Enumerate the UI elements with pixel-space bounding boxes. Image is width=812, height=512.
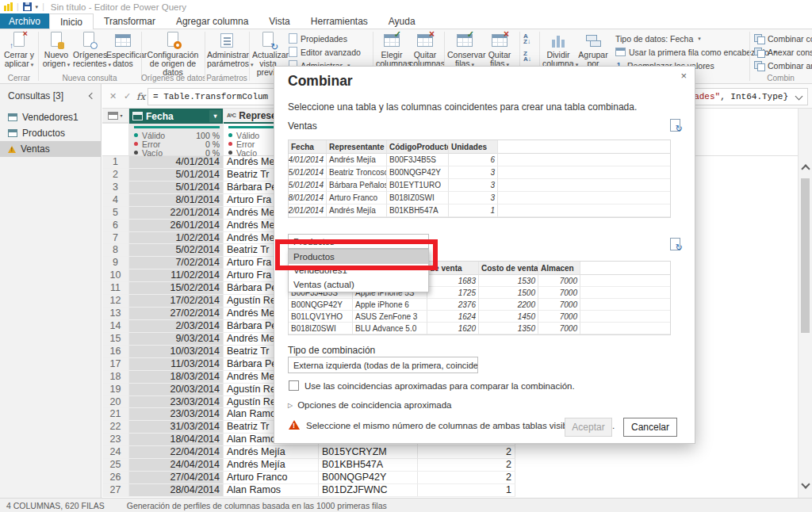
cell-fecha[interactable]: 9/03/2014 [129,333,224,346]
cell-unidades[interactable]: 1 [418,484,515,497]
cell-fecha[interactable]: 24/04/2014 [129,459,224,472]
sort-ascending-button[interactable]: AZ↓ [523,32,530,44]
join-kind-dropdown[interactable]: Externa izquierda (todas de la primera, … [288,357,478,373]
accept-button[interactable]: Aceptar [565,418,612,437]
row-number[interactable]: 19 [102,384,129,396]
row-number[interactable]: 21 [102,408,129,421]
data-type-button[interactable]: Tipo de datos: Fecha [615,32,701,44]
cell-codigo[interactable]: B015YCRYZM [319,446,418,459]
select-all-cell[interactable]: ▾ [102,109,129,124]
cell-fecha[interactable]: 28/04/2014 [129,484,224,497]
cell-representante[interactable]: Andrés Mejía [224,446,319,459]
row-number[interactable]: 12 [102,295,129,308]
cell-fecha[interactable]: 10/03/2014 [129,346,224,358]
col-header[interactable]: Fecha [289,140,327,154]
data-source-settings-button[interactable]: Configuración de origen de datos [144,31,201,77]
cell-representante[interactable]: Alan Ramos [224,484,319,497]
tab-inicio[interactable]: Inicio [49,13,94,29]
properties-button[interactable]: Propiedades [289,32,347,44]
cell-fecha[interactable]: 11/02/2014 [129,269,224,282]
row-number[interactable]: 7 [102,232,129,245]
choose-columns-button[interactable]: Elegir columnas [376,31,408,68]
close-icon[interactable]: × [680,70,687,82]
cell-unidades[interactable]: 2 [418,446,515,459]
col-header[interactable]: Costo de venta [479,262,538,275]
manage-parameters-button[interactable]: Administrar parámetros [207,31,247,69]
row-number[interactable]: 23 [102,434,129,446]
row-number[interactable]: 10 [102,269,129,282]
row-number[interactable]: 6 [102,220,129,232]
merge-queries-button[interactable]: Combinar co [754,32,812,44]
row-number[interactable]: 3 [102,181,129,194]
row-number[interactable]: 4 [102,194,129,207]
cell-unidades[interactable]: 2 [418,459,515,472]
scroll-down-icon[interactable] [801,480,810,488]
row-number[interactable]: 14 [102,320,129,333]
cell-fecha[interactable]: 27/02/2014 [129,308,224,320]
advanced-editor-button[interactable]: Editor avanzado [289,46,361,58]
row-number[interactable]: 5 [102,207,129,220]
scroll-up-icon[interactable] [801,164,810,173]
cell-fecha[interactable]: 22/01/2014 [129,207,224,220]
cell-unidades[interactable]: 2 [418,472,515,484]
cancel-button[interactable]: Cancelar [623,418,677,437]
formula-expand-icon[interactable] [795,93,803,101]
cell-fecha[interactable]: 5/02/2014 [129,244,224,257]
fuzzy-options-expander[interactable]: ▷ Opciones de coincidencia aproximada [288,400,452,410]
enter-data-button[interactable]: Especificar datos [106,31,140,68]
sidebar-item-productos[interactable]: Productos [0,125,101,141]
row-number[interactable]: 2 [102,169,129,181]
cell-fecha[interactable]: 11/03/2014 [129,358,224,371]
tab-transformar[interactable]: Transformar [94,13,166,29]
column-header-fecha[interactable]: Fecha ▾ [129,109,224,124]
col-header[interactable]: Almacen [538,262,580,275]
row-number[interactable]: 16 [102,346,129,358]
cell-fecha[interactable]: 20/03/2014 [129,384,224,396]
formula-accept-icon[interactable]: ✓ [124,91,131,101]
refresh-preview-icon[interactable] [670,238,680,250]
cell-fecha[interactable]: 7/02/2014 [129,257,224,269]
cell-fecha[interactable]: 31/03/2014 [129,421,224,434]
row-number[interactable]: 24 [102,446,129,459]
col-header[interactable]: Unidades [449,140,498,154]
status-profile-info[interactable]: Generación de perfiles de columnas basad… [127,501,387,510]
tab-ayuda[interactable]: Ayuda [378,13,426,29]
quick-access-dropdown-icon[interactable]: ▾ [36,4,39,10]
append-queries-button[interactable]: Anexar cons [754,46,812,58]
row-number[interactable]: 17 [102,358,129,371]
group-by-button[interactable]: Agrupar por [576,31,611,68]
cell-fecha[interactable]: 5/01/2014 [129,181,224,194]
remove-rows-button[interactable]: Quitar filas [484,31,515,69]
tab-vista[interactable]: Vista [259,13,300,29]
cell-fecha[interactable]: 17/02/2014 [129,295,224,308]
row-number[interactable]: 11 [102,282,129,295]
vertical-scrollbar[interactable] [798,109,812,498]
formula-cancel-icon[interactable]: ✕ [109,91,117,101]
combine-files-button[interactable]: Combinar ar [754,59,812,71]
cell-fecha[interactable]: 5/01/2014 [129,169,224,181]
recent-sources-button[interactable]: Orígenes recientes [73,31,105,69]
cell-codigo[interactable]: B01DZJFWNC [319,484,418,497]
row-number[interactable]: 15 [102,333,129,346]
collapse-pane-icon[interactable] [89,93,95,99]
cell-representante[interactable]: Arturo Franco [224,472,319,484]
table-menu-icon[interactable]: ▾ [120,113,122,118]
row-number[interactable]: 8 [102,244,129,257]
col-header[interactable]: CódigoProducto [387,140,449,154]
fuzzy-match-checkbox[interactable] [289,380,299,391]
scrollbar-thumb[interactable] [801,178,810,333]
tab-agregar-columna[interactable]: Agregar columna [166,13,259,29]
cell-fecha[interactable]: 23/03/2014 [129,396,224,409]
row-number[interactable]: 18 [102,371,129,384]
sort-descending-button[interactable]: ZA↓ [523,50,531,62]
remove-columns-button[interactable]: Quitar columnas [409,31,441,68]
row-number[interactable]: 27 [102,484,129,497]
cell-codigo[interactable]: B00NQGP42Y [319,472,418,484]
keep-rows-button[interactable]: Conservar filas [447,31,482,69]
cell-fecha[interactable]: 26/01/2014 [129,220,224,232]
cell-fecha[interactable]: 18/03/2014 [129,371,224,384]
row-number[interactable]: 9 [102,257,129,269]
row-number[interactable]: 1 [102,156,129,169]
tab-herramientas[interactable]: Herramientas [301,13,378,29]
cell-fecha[interactable]: 27/04/2014 [129,472,224,484]
